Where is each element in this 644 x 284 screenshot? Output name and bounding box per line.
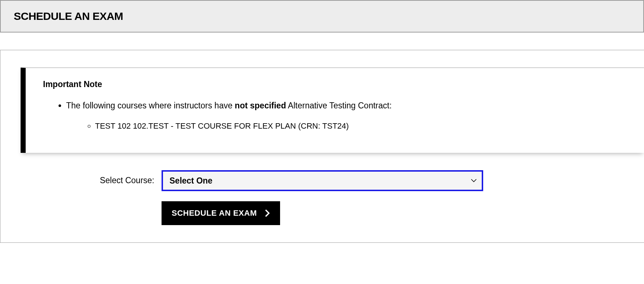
chevron-right-icon — [265, 209, 270, 217]
note-list-item: The following courses where instructors … — [66, 99, 630, 132]
note-list: The following courses where instructors … — [43, 99, 630, 132]
page-header: SCHEDULE AN EXAM — [0, 0, 644, 33]
select-course-row: Select Course: Select One — [21, 170, 644, 191]
note-text-suffix: Alternative Testing Contract: — [286, 101, 391, 110]
note-sublist: TEST 102 102.TEST - TEST COURSE FOR FLEX… — [66, 120, 630, 132]
note-text-prefix: The following courses where instructors … — [66, 101, 235, 110]
button-row: SCHEDULE AN EXAM — [21, 201, 644, 225]
note-course-item: TEST 102 102.TEST - TEST COURSE FOR FLEX… — [95, 120, 630, 132]
important-note-box: Important Note The following courses whe… — [21, 68, 644, 153]
select-course-dropdown[interactable]: Select One — [162, 170, 483, 191]
schedule-button-label: SCHEDULE AN EXAM — [172, 208, 257, 218]
select-course-wrap: Select One — [162, 170, 483, 191]
select-course-label: Select Course: — [21, 176, 162, 185]
note-title: Important Note — [43, 79, 630, 89]
main-content: Important Note The following courses whe… — [0, 50, 644, 243]
schedule-exam-button[interactable]: SCHEDULE AN EXAM — [162, 201, 280, 225]
note-text-bold: not specified — [235, 101, 286, 110]
page-title: SCHEDULE AN EXAM — [14, 10, 630, 22]
